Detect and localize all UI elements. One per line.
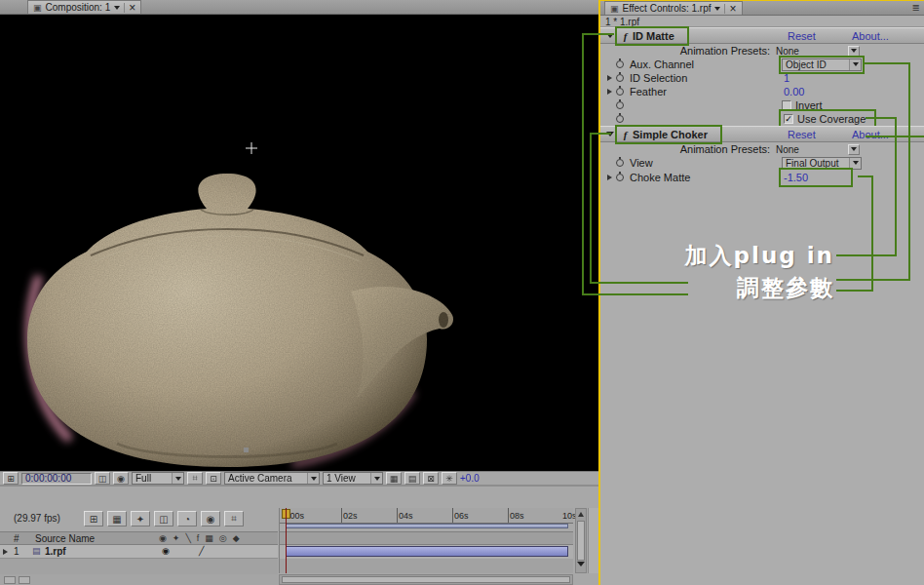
stopwatch-icon[interactable] bbox=[616, 101, 624, 109]
layer-handle-dot[interactable] bbox=[244, 448, 249, 452]
reset-link[interactable]: Reset bbox=[788, 129, 816, 140]
camera-select[interactable]: Active Camera bbox=[224, 472, 320, 485]
expand-columns-icon[interactable] bbox=[4, 576, 16, 584]
expander-icon[interactable] bbox=[606, 33, 614, 42]
property-value[interactable]: 1 bbox=[782, 72, 789, 84]
use-coverage-checkbox-group[interactable]: ✓ Use Coverage bbox=[782, 112, 873, 126]
snapshot-icon[interactable]: ◫ bbox=[95, 472, 110, 485]
current-time-indicator[interactable] bbox=[286, 508, 287, 573]
stopwatch-icon[interactable] bbox=[616, 74, 624, 82]
property-value[interactable]: 0.00 bbox=[782, 86, 804, 98]
chevron-down-icon[interactable] bbox=[714, 7, 720, 14]
invert-checkbox-group[interactable]: Invert bbox=[782, 99, 823, 111]
view-select[interactable]: Final Output bbox=[782, 157, 862, 170]
live-update-icon[interactable]: ⊞ bbox=[84, 511, 103, 526]
frame-blending-icon[interactable]: ◫ bbox=[154, 511, 173, 526]
dropdown-arrow-icon[interactable] bbox=[848, 144, 860, 155]
close-icon[interactable]: × bbox=[129, 3, 135, 13]
checkbox[interactable] bbox=[782, 100, 791, 110]
annotation-line1: 加入plug in bbox=[685, 240, 834, 272]
region-of-interest-icon[interactable]: ⊡ bbox=[206, 472, 221, 485]
chevron-down-icon[interactable] bbox=[114, 6, 120, 13]
scroll-down-icon[interactable] bbox=[577, 562, 585, 570]
motion-blur-column-icon[interactable]: ◎ bbox=[219, 533, 227, 543]
exposure-value[interactable]: +0.0 bbox=[460, 473, 480, 484]
shy-column-icon[interactable]: ✦ bbox=[173, 533, 180, 543]
column-source-name[interactable]: Source Name bbox=[35, 533, 95, 544]
expander-icon[interactable] bbox=[607, 75, 615, 81]
frame-blend-column-icon[interactable]: ▦ bbox=[205, 533, 213, 543]
dropdown-arrow-icon[interactable] bbox=[848, 46, 860, 57]
composition-viewport[interactable] bbox=[0, 15, 598, 471]
stopwatch-icon[interactable] bbox=[616, 115, 624, 123]
layer-expander-icon[interactable] bbox=[3, 549, 11, 555]
tab-composition[interactable]: ▣ Composition: 1 × bbox=[27, 0, 141, 14]
show-channel-icon[interactable]: ◉ bbox=[113, 472, 129, 485]
tab-effect-controls[interactable]: ▣ Effect Controls: 1.rpf × bbox=[604, 1, 743, 15]
view-layout-select[interactable]: 1 View bbox=[323, 472, 383, 485]
3d-column-icon[interactable]: ◆ bbox=[233, 533, 240, 543]
reset-link[interactable]: Reset bbox=[788, 30, 816, 42]
layer-row[interactable]: 1 ▤ 1.rpf ◉ ╱ bbox=[0, 545, 278, 559]
stopwatch-icon[interactable] bbox=[616, 159, 624, 167]
layer-quality-icon[interactable]: ╱ bbox=[199, 546, 204, 556]
time-ruler[interactable]: :00s 02s 04s 06s 08s 10s bbox=[280, 508, 573, 524]
layer-duration-bar[interactable] bbox=[286, 546, 568, 557]
layer-video-icon[interactable]: ◉ bbox=[162, 546, 170, 556]
safe-margins-icon[interactable]: ⌗ bbox=[187, 472, 203, 485]
expander-icon[interactable] bbox=[607, 175, 615, 180]
grid-and-guides-icon[interactable]: ⊞ bbox=[3, 472, 19, 485]
dropdown-arrow-icon[interactable] bbox=[849, 158, 861, 169]
presets-select[interactable]: None bbox=[776, 144, 860, 155]
effect-header-simple-choker[interactable]: f Simple Choker Reset About... bbox=[600, 126, 924, 142]
dropdown-arrow-icon[interactable] bbox=[370, 473, 382, 484]
expand-columns-icon[interactable] bbox=[19, 576, 30, 584]
property-row-aux-channel: Aux. Channel Object ID bbox=[600, 58, 924, 71]
stopwatch-icon[interactable] bbox=[616, 60, 624, 68]
stopwatch-icon[interactable] bbox=[616, 88, 624, 96]
about-link[interactable]: About... bbox=[852, 129, 889, 140]
magnification-select[interactable]: Full bbox=[132, 472, 184, 485]
video-column-icon[interactable]: ◉ bbox=[159, 533, 167, 543]
dropdown-arrow-icon[interactable] bbox=[172, 473, 183, 484]
presets-select[interactable]: None bbox=[776, 46, 860, 57]
property-label: ID Selection bbox=[630, 72, 782, 84]
layer-name[interactable]: 1.rpf bbox=[45, 546, 66, 557]
anchor-point-crosshair[interactable] bbox=[246, 142, 257, 154]
graph-editor-icon[interactable]: ⌗ bbox=[224, 511, 244, 526]
pixel-aspect-icon[interactable]: ▦ bbox=[386, 472, 402, 485]
animation-presets-row: Animation Presets: None bbox=[600, 142, 924, 156]
current-time-display[interactable]: 0:00:00:00 bbox=[21, 473, 92, 485]
timeline-vertical-scrollbar[interactable] bbox=[575, 508, 587, 573]
aux-channel-select[interactable]: Object ID bbox=[782, 58, 862, 71]
quality-column-icon[interactable]: ╲ bbox=[185, 533, 190, 543]
mini-flowchart-icon[interactable]: ⊠ bbox=[423, 472, 439, 485]
scrollbar-thumb[interactable] bbox=[577, 521, 585, 561]
timeline-horizontal-scrollbar[interactable] bbox=[279, 574, 573, 585]
scroll-up-icon[interactable] bbox=[578, 509, 584, 517]
effect-name-box[interactable]: f Simple Choker bbox=[618, 128, 719, 141]
close-icon[interactable]: × bbox=[729, 4, 736, 14]
expander-icon[interactable] bbox=[606, 132, 614, 140]
hide-shy-layers-icon[interactable]: ✦ bbox=[131, 511, 150, 526]
column-index[interactable]: # bbox=[14, 533, 19, 544]
work-area-bar[interactable] bbox=[286, 524, 568, 528]
expander-icon[interactable] bbox=[607, 89, 615, 95]
comp-reference[interactable]: 1 * 1.rpf bbox=[600, 16, 924, 27]
fast-previews-icon[interactable]: ▤ bbox=[404, 472, 420, 485]
auto-keyframe-icon[interactable]: ◉ bbox=[201, 511, 220, 526]
dropdown-arrow-icon[interactable] bbox=[307, 473, 319, 484]
motion-blur-icon[interactable]: ◔ bbox=[177, 511, 197, 526]
effects-column-icon[interactable]: f bbox=[197, 533, 200, 543]
panel-menu-icon[interactable]: ≣ bbox=[912, 2, 924, 15]
dropdown-arrow-icon[interactable] bbox=[849, 59, 861, 70]
effect-name-box[interactable]: f ID Matte bbox=[618, 29, 686, 43]
about-link[interactable]: About... bbox=[852, 30, 889, 42]
property-value[interactable]: -1.50 bbox=[782, 171, 850, 184]
checkbox[interactable]: ✓ bbox=[784, 114, 793, 124]
scrollbar-thumb[interactable] bbox=[282, 576, 570, 583]
effect-header-id-matte[interactable]: f ID Matte Reset About... bbox=[600, 27, 924, 44]
draft-3d-icon[interactable]: ▦ bbox=[107, 511, 127, 526]
reset-exposure-icon[interactable]: ✳ bbox=[442, 472, 457, 485]
stopwatch-icon[interactable] bbox=[616, 174, 624, 181]
